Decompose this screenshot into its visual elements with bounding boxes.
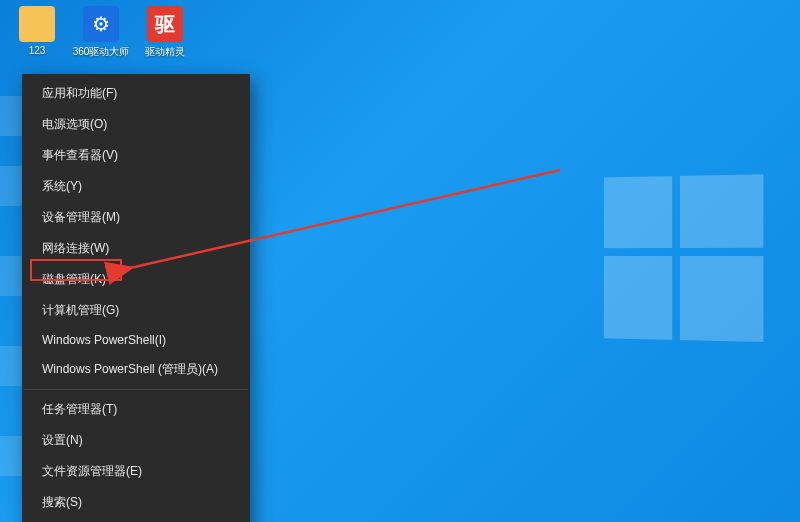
desktop-icon-partial[interactable] <box>0 96 24 136</box>
gear-icon: ⚙ <box>83 6 119 42</box>
desktop-icon-label: 123 <box>29 45 46 56</box>
desktop-icon-partial[interactable] <box>0 436 24 476</box>
menu-powershell-admin[interactable]: Windows PowerShell (管理员)(A) <box>22 354 250 385</box>
menu-device-manager[interactable]: 设备管理器(M) <box>22 202 250 233</box>
menu-event-viewer[interactable]: 事件查看器(V) <box>22 140 250 171</box>
desktop-icon-driver-genius[interactable]: 驱 驱动精灵 <box>142 6 188 59</box>
desktop-icon-partial[interactable] <box>0 256 24 296</box>
desktop-icon-360-driver[interactable]: ⚙ 360驱动大师 <box>78 6 124 59</box>
windows-logo <box>604 174 755 333</box>
desktop-icons-row: 123 ⚙ 360驱动大师 驱 驱动精灵 <box>14 6 188 59</box>
menu-powershell[interactable]: Windows PowerShell(I) <box>22 326 250 354</box>
menu-system[interactable]: 系统(Y) <box>22 171 250 202</box>
folder-icon <box>19 6 55 42</box>
menu-power-options[interactable]: 电源选项(O) <box>22 109 250 140</box>
menu-run[interactable]: 运行(R) <box>22 518 250 522</box>
desktop-icon-label: 驱动精灵 <box>145 45 185 59</box>
menu-apps-features[interactable]: 应用和功能(F) <box>22 78 250 109</box>
desktop-icon-partial[interactable] <box>0 166 24 206</box>
menu-separator <box>24 389 248 390</box>
app-icon: 驱 <box>147 6 183 42</box>
menu-disk-management[interactable]: 磁盘管理(K) <box>22 264 250 295</box>
menu-file-explorer[interactable]: 文件资源管理器(E) <box>22 456 250 487</box>
winx-context-menu: 应用和功能(F) 电源选项(O) 事件查看器(V) 系统(Y) 设备管理器(M)… <box>22 74 250 522</box>
desktop-icon-label: 360驱动大师 <box>73 45 130 59</box>
menu-settings[interactable]: 设置(N) <box>22 425 250 456</box>
menu-task-manager[interactable]: 任务管理器(T) <box>22 394 250 425</box>
menu-network-connections[interactable]: 网络连接(W) <box>22 233 250 264</box>
menu-search[interactable]: 搜索(S) <box>22 487 250 518</box>
desktop-icon-folder-123[interactable]: 123 <box>14 6 60 59</box>
desktop-icon-partial[interactable] <box>0 346 24 386</box>
menu-computer-management[interactable]: 计算机管理(G) <box>22 295 250 326</box>
